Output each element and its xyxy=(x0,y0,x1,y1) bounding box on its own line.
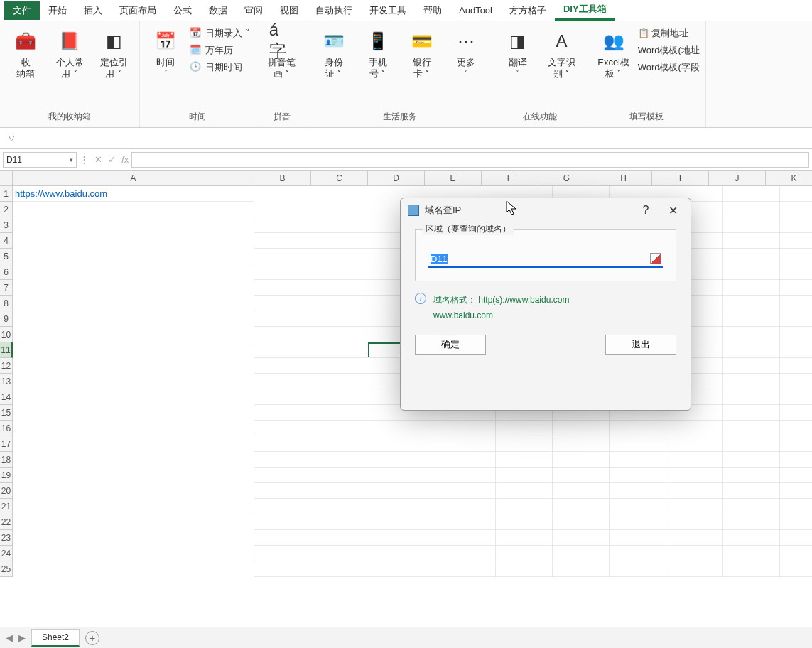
cell[interactable] xyxy=(496,514,553,530)
cell[interactable] xyxy=(496,499,553,514)
cell[interactable] xyxy=(723,546,780,561)
cell[interactable] xyxy=(723,436,780,452)
cell[interactable] xyxy=(780,233,812,249)
cell[interactable] xyxy=(780,374,812,389)
cell[interactable] xyxy=(666,483,723,499)
cell[interactable] xyxy=(610,483,666,499)
cell[interactable] xyxy=(610,468,666,483)
cell[interactable] xyxy=(723,264,780,280)
cell[interactable] xyxy=(723,421,780,436)
cell[interactable] xyxy=(780,436,812,452)
cell[interactable] xyxy=(496,546,553,561)
cell[interactable] xyxy=(254,452,496,468)
menu-item-3[interactable]: 页面布局 xyxy=(111,1,165,20)
cell[interactable] xyxy=(666,561,723,577)
ribbon-button-5-0[interactable]: 👥Excel模板 ˅ xyxy=(594,24,634,79)
row-header-21[interactable]: 21 xyxy=(0,499,13,514)
cell[interactable] xyxy=(610,499,666,514)
ribbon-button-3-3[interactable]: ⋯更多˅ xyxy=(446,24,486,77)
menu-item-5[interactable]: 数据 xyxy=(200,1,236,20)
cell[interactable] xyxy=(723,249,780,264)
cell[interactable] xyxy=(666,468,723,483)
cell[interactable] xyxy=(254,468,496,483)
cell[interactable] xyxy=(723,499,780,514)
cell[interactable] xyxy=(780,342,812,358)
cell[interactable] xyxy=(666,421,723,436)
cell[interactable] xyxy=(723,233,780,249)
menu-item-10[interactable]: 帮助 xyxy=(415,1,450,20)
cell[interactable] xyxy=(723,468,780,483)
row-header-6[interactable]: 6 xyxy=(0,264,13,280)
cell[interactable] xyxy=(666,546,723,561)
ribbon-button-3-1[interactable]: 📱手机号 ˅ xyxy=(358,24,398,79)
cell[interactable] xyxy=(723,405,780,421)
cell[interactable] xyxy=(780,452,812,468)
ribbon-small-1-0[interactable]: 📆日期录入 ˅ xyxy=(190,27,250,40)
cell[interactable] xyxy=(780,499,812,514)
cell[interactable] xyxy=(723,389,780,405)
cancel-button[interactable]: 退出 xyxy=(605,335,676,355)
cell[interactable] xyxy=(780,483,812,499)
menu-item-7[interactable]: 视图 xyxy=(271,1,307,20)
row-header-17[interactable]: 17 xyxy=(0,436,13,452)
cell[interactable] xyxy=(723,296,780,311)
cell[interactable] xyxy=(780,421,812,436)
cell-A1[interactable]: https://www.baidu.com xyxy=(13,186,254,202)
dialog-titlebar[interactable]: 域名查IP ? ✕ xyxy=(401,198,691,222)
tab-nav-next-icon[interactable]: ▶ xyxy=(18,632,26,643)
cell[interactable] xyxy=(780,311,812,327)
row-header-1[interactable]: 1 xyxy=(0,186,13,202)
cell[interactable] xyxy=(780,546,812,561)
col-header-C[interactable]: C xyxy=(311,171,368,186)
cell[interactable] xyxy=(780,280,812,296)
cell[interactable] xyxy=(780,217,812,233)
col-header-G[interactable]: G xyxy=(538,171,595,186)
row-header-20[interactable]: 20 xyxy=(0,483,13,499)
cell[interactable] xyxy=(496,452,553,468)
menu-item-11[interactable]: AudTool xyxy=(450,2,501,18)
row-header-5[interactable]: 5 xyxy=(0,249,13,264)
cell[interactable] xyxy=(666,530,723,546)
range-input-wrap[interactable]: D11 xyxy=(428,252,663,268)
row-header-25[interactable]: 25 xyxy=(0,561,13,577)
row-header-13[interactable]: 13 xyxy=(0,374,13,389)
col-header-H[interactable]: H xyxy=(595,171,652,186)
row-header-11[interactable]: 11 xyxy=(0,342,13,358)
dialog-close-button[interactable]: ✕ xyxy=(662,204,683,217)
cell[interactable] xyxy=(723,561,780,577)
cell[interactable] xyxy=(723,327,780,342)
cell[interactable] xyxy=(610,530,666,546)
cancel-formula-icon[interactable]: ✕ xyxy=(94,154,102,165)
menu-item-1[interactable]: 开始 xyxy=(40,1,75,20)
ribbon-small-1-1[interactable]: 🗓️万年历 xyxy=(190,44,250,57)
cell[interactable] xyxy=(254,561,496,577)
cell[interactable] xyxy=(723,202,780,217)
cell[interactable] xyxy=(723,514,780,530)
range-input[interactable]: D11 xyxy=(428,252,663,266)
cell[interactable] xyxy=(780,405,812,421)
cell[interactable] xyxy=(254,436,496,452)
row-header-16[interactable]: 16 xyxy=(0,421,13,436)
row-header-8[interactable]: 8 xyxy=(0,296,13,311)
cell[interactable] xyxy=(723,217,780,233)
menu-icon[interactable]: ⋮ xyxy=(80,154,89,165)
cell[interactable] xyxy=(780,186,812,202)
cell[interactable] xyxy=(496,468,553,483)
cell[interactable] xyxy=(553,468,610,483)
cell[interactable] xyxy=(610,514,666,530)
menu-item-12[interactable]: 方方格子 xyxy=(501,1,555,20)
row-header-15[interactable]: 15 xyxy=(0,405,13,421)
ok-button[interactable]: 确定 xyxy=(415,335,486,355)
cell[interactable] xyxy=(780,264,812,280)
cell[interactable] xyxy=(723,311,780,327)
row-header-24[interactable]: 24 xyxy=(0,546,13,561)
col-header-K[interactable]: K xyxy=(766,171,812,186)
ribbon-button-2-0[interactable]: á字拼音笔画 ˅ xyxy=(262,24,302,79)
row-header-10[interactable]: 10 xyxy=(0,327,13,342)
col-header-I[interactable]: I xyxy=(652,171,709,186)
ribbon-right-5-2[interactable]: Word模板(字段 xyxy=(638,61,700,74)
ribbon-button-4-0[interactable]: ◨翻译˅ xyxy=(498,24,538,77)
collapse-caret-icon[interactable]: ▽ xyxy=(9,134,14,143)
cell[interactable] xyxy=(723,280,780,296)
select-all-corner[interactable] xyxy=(0,171,13,186)
